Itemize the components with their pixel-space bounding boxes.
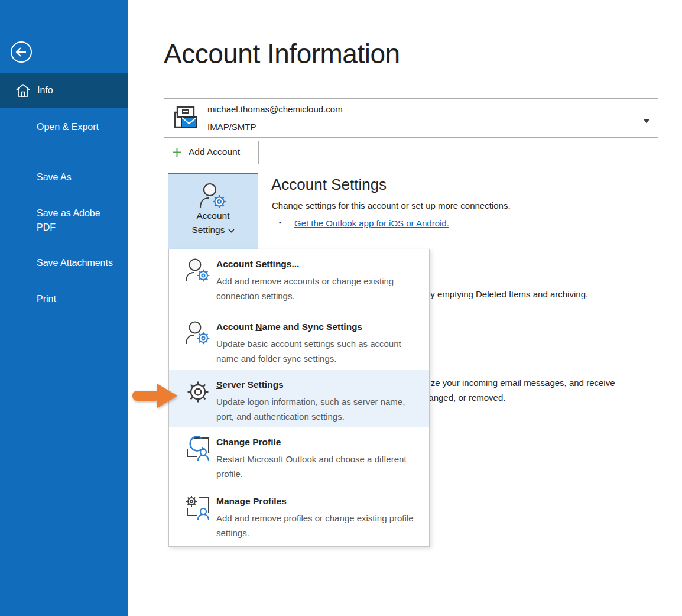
add-account-label: Add Account	[189, 147, 240, 157]
page-title: Account Information	[164, 38, 400, 70]
background-text-mailbox: by emptying Deleted Items and archiving.	[426, 289, 588, 299]
menu-item-title: Server Settings	[216, 377, 421, 393]
menu-item-title: Account Settings...	[216, 257, 421, 272]
menu-item-description: Add and remove accounts or change existi…	[216, 274, 414, 303]
back-button[interactable]	[10, 41, 33, 63]
orange-pointer-arrow	[131, 382, 178, 410]
account-email: michael.thomas@chemicloud.com	[207, 104, 343, 114]
mailbox-account-icon	[173, 105, 198, 130]
account-settings-button-line1: Account	[168, 210, 258, 221]
sidebar-divider	[15, 155, 110, 155]
section-description: Change settings for this account or set …	[272, 200, 511, 210]
bullet-icon: ▪	[279, 219, 281, 226]
menu-item-title: Account Name and Sync Settings	[216, 319, 421, 335]
menu-item-title: Change Profile	[216, 435, 421, 450]
sidebar-item-info-label: Info	[37, 85, 53, 96]
person-gear-icon	[184, 320, 212, 348]
sidebar-item-save-adobe-pdf[interactable]: Save as Adobe PDF	[37, 206, 111, 235]
dropdown-caret-icon	[644, 115, 649, 119]
menu-item-account-name-sync[interactable]: Account Name and Sync Settings Update ba…	[169, 312, 429, 370]
account-protocol: IMAP/SMTP	[207, 122, 256, 132]
menu-item-manage-profiles[interactable]: Manage Profiles Add and remove profiles …	[169, 487, 429, 547]
person-gear-icon	[184, 258, 212, 285]
menu-item-account-settings[interactable]: Account Settings... Add and remove accou…	[169, 249, 429, 312]
person-gear-icon	[198, 182, 229, 210]
menu-item-server-settings[interactable]: Server Settings Update logon information…	[169, 370, 429, 427]
section-heading: Account Settings	[271, 176, 387, 194]
backstage-sidebar: Info Open & Export Save As Save as Adobe…	[0, 0, 128, 616]
chevron-down-icon	[228, 225, 235, 235]
background-text-rules-line2: hanged, or removed.	[424, 393, 505, 403]
menu-item-description: Update logon information, such as server…	[216, 394, 414, 424]
back-arrow-icon	[10, 55, 33, 65]
menu-item-description: Update basic account settings such as ac…	[216, 336, 414, 366]
account-selector-dropdown[interactable]: michael.thomas@chemicloud.com IMAP/SMTP	[164, 98, 658, 138]
add-account-button[interactable]: Add Account	[164, 141, 259, 164]
menu-item-change-profile[interactable]: Change Profile Restart Microsoft Outlook…	[169, 427, 429, 487]
sidebar-item-save-as[interactable]: Save As	[37, 170, 72, 184]
account-settings-menu: Account Settings... Add and remove accou…	[168, 249, 430, 547]
sidebar-item-open-export[interactable]: Open & Export	[37, 120, 99, 134]
menu-item-title: Manage Profiles	[216, 494, 421, 509]
sidebar-item-save-attachments[interactable]: Save Attachments	[37, 256, 113, 270]
profile-switch-icon	[184, 436, 212, 463]
sidebar-item-info[interactable]: Info	[0, 73, 128, 108]
gear-icon	[184, 378, 212, 406]
home-icon	[15, 83, 31, 98]
sidebar-item-print[interactable]: Print	[37, 292, 56, 306]
plus-icon	[172, 147, 182, 157]
menu-item-description: Add and remove profiles or change existi…	[216, 511, 414, 540]
outlook-app-link[interactable]: Get the Outlook app for iOS or Android.	[294, 218, 449, 228]
background-text-rules-line1: nize your incoming email messages, and r…	[424, 378, 615, 388]
profiles-gear-icon	[184, 495, 212, 522]
account-settings-button-line2: Settings	[191, 225, 225, 235]
menu-item-description: Restart Microsoft Outlook and choose a d…	[216, 452, 414, 481]
account-settings-button[interactable]: Account Settings	[168, 173, 258, 249]
outlook-backstage-window: Info Open & Export Save As Save as Adobe…	[0, 0, 682, 616]
